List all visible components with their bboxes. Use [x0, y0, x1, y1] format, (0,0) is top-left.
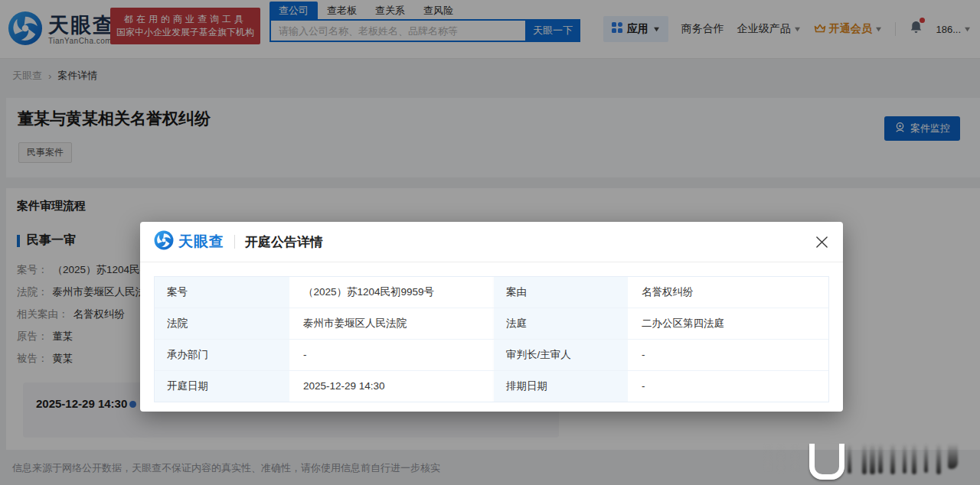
cell-value-schedule-date: -	[629, 371, 828, 402]
cell-label-department: 承办部门	[155, 340, 291, 370]
table-row: 案号 （2025）苏1204民初9959号 案由 名誉权纠纷	[155, 277, 828, 308]
close-icon[interactable]	[812, 233, 831, 251]
cell-value-courtroom: 二办公区第四法庭	[629, 308, 828, 339]
cell-value-cause: 名誉权纠纷	[629, 277, 828, 308]
cell-label-court: 法院	[155, 308, 291, 339]
announcement-table: 案号 （2025）苏1204民初9959号 案由 名誉权纠纷 法院 泰州市姜堰区…	[154, 276, 829, 402]
cell-label-cause: 案由	[494, 277, 629, 308]
table-row: 开庭日期 2025-12-29 14:30 排期日期 -	[155, 370, 828, 402]
cell-label-schedule-date: 排期日期	[494, 371, 629, 402]
cell-label-hearing-date: 开庭日期	[155, 371, 291, 402]
cell-label-judge: 审判长/主审人	[494, 340, 629, 370]
table-row: 承办部门 - 审判长/主审人 -	[155, 339, 828, 370]
cell-value-department: -	[291, 340, 494, 370]
cell-value-court: 泰州市姜堰区人民法院	[291, 308, 494, 339]
cell-label-case-number: 案号	[155, 277, 291, 308]
page: 天眼查 TianYanCha.com 都在用的商业查询工具 国家中小企业发展子基…	[0, 0, 980, 485]
modal-header: 天眼查 开庭公告详情	[140, 222, 843, 262]
modal-brand-name: 天眼查	[178, 232, 224, 252]
tianyancha-logo-icon	[154, 230, 174, 253]
modal-header-divider	[234, 235, 235, 249]
cell-label-courtroom: 法庭	[494, 308, 629, 339]
court-announcement-modal: 天眼查 开庭公告详情 案号 （2025）苏1204民初9959号 案由 名誉权纠…	[140, 222, 843, 412]
cell-value-judge: -	[629, 340, 828, 370]
modal-title: 开庭公告详情	[245, 233, 323, 251]
cell-value-hearing-date: 2025-12-29 14:30	[291, 371, 494, 402]
table-row: 法院 泰州市姜堰区人民法院 法庭 二办公区第四法庭	[155, 308, 828, 339]
cell-value-case-number: （2025）苏1204民初9959号	[291, 277, 494, 308]
